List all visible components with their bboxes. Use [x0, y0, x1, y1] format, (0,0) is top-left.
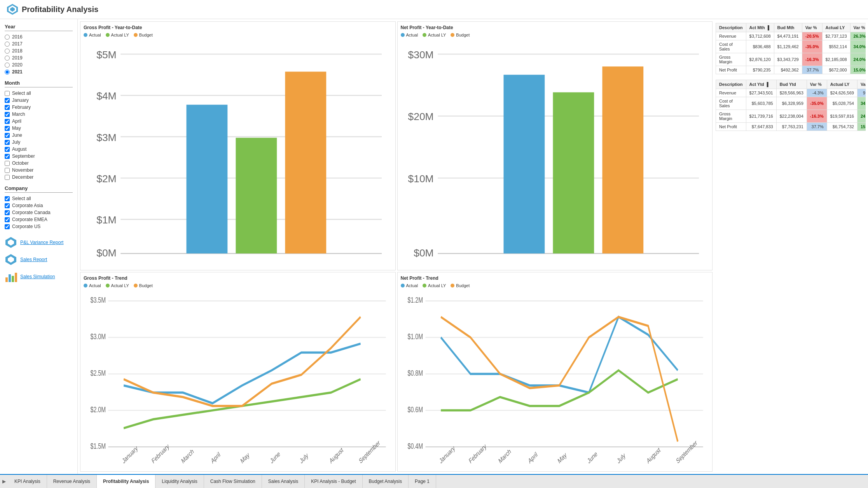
- svg-rect-34: [503, 75, 545, 253]
- month-april[interactable]: April: [5, 118, 73, 125]
- tab-cash-flow-simulation[interactable]: Cash Flow Simulation: [204, 475, 262, 488]
- tab-sales-analysis[interactable]: Sales Analysis: [262, 475, 305, 488]
- np-trend-svg-wrap: $1.2M $1.0M $0.8M $0.6M $0.4M January Fe…: [401, 290, 709, 468]
- np-actual-ly-dot: [423, 33, 426, 37]
- header: Profitability Analysis: [0, 0, 868, 19]
- act-mth-val: $2,876,120: [746, 53, 774, 66]
- table-row: Gross Margin $21,739,716 $22,238,004 -16…: [716, 110, 866, 123]
- svg-text:$0M: $0M: [96, 247, 116, 259]
- month-september[interactable]: September: [5, 153, 73, 160]
- company-canada[interactable]: Corporate Canada: [5, 209, 73, 216]
- var1-val: -35.0%: [807, 97, 827, 110]
- tab-revenue-analysis[interactable]: Revenue Analysis: [47, 475, 97, 488]
- np-trend-title: Net Profit - Trend: [401, 275, 709, 281]
- row-desc: Net Profit: [716, 123, 746, 131]
- month-october[interactable]: October: [5, 160, 73, 167]
- act-mth-val: $836,488: [746, 40, 774, 53]
- col-var2: Var %: [857, 80, 866, 89]
- month-march[interactable]: March: [5, 111, 73, 118]
- tab-kpi-analysis-budget[interactable]: KPI Analysis - Budget: [305, 475, 362, 488]
- row-desc: Cost of Sales: [716, 40, 746, 53]
- svg-rect-35: [553, 92, 594, 254]
- month-june[interactable]: June: [5, 132, 73, 139]
- year-2018[interactable]: 2018: [5, 47, 73, 54]
- act-ytd-val: $5,603,785: [746, 97, 776, 110]
- svg-text:September: September: [675, 439, 698, 465]
- company-filter: Company Select all Corporate Asia Corpor…: [5, 185, 73, 230]
- logo: Profitability Analysis: [6, 3, 98, 16]
- svg-text:April: April: [527, 450, 538, 465]
- var2-val: 26.3%: [850, 32, 866, 40]
- year-2017[interactable]: 2017: [5, 40, 73, 47]
- np-t-legend-budget: Budget: [451, 283, 470, 288]
- gp-trend-chart: Gross Profit - Trend Actual Actual LY Bu…: [80, 272, 396, 472]
- col-act-ytd: Act Ytd ▐: [746, 80, 776, 89]
- svg-text:$30M: $30M: [408, 49, 433, 61]
- month-may[interactable]: May: [5, 125, 73, 132]
- year-2019[interactable]: 2019: [5, 54, 73, 61]
- row-desc: Revenue: [716, 32, 746, 40]
- svg-text:March: March: [180, 447, 195, 465]
- gp-actual-dot: [84, 284, 87, 288]
- month-july[interactable]: July: [5, 139, 73, 146]
- tab-liquidity-analysis[interactable]: Liquidity Analysis: [155, 475, 204, 488]
- pl-variance-link[interactable]: P&L Variance Report: [5, 236, 73, 249]
- var1-val: 37.7%: [802, 66, 822, 74]
- svg-rect-36: [602, 66, 643, 253]
- month-february[interactable]: February: [5, 104, 73, 111]
- svg-text:$2.0M: $2.0M: [90, 405, 106, 414]
- np-t-legend-actual: Actual: [401, 283, 418, 288]
- np-trend-svg: $1.2M $1.0M $0.8M $0.6M $0.4M January Fe…: [401, 290, 709, 468]
- tab-profitability-analysis[interactable]: Profitability Analysis: [97, 474, 155, 488]
- var1-val: -35.0%: [802, 40, 822, 53]
- np-actual-dot: [401, 33, 405, 37]
- year-2021[interactable]: 2021: [5, 68, 73, 75]
- var2-val: 9.9%: [857, 89, 866, 97]
- svg-text:$4M: $4M: [96, 90, 116, 102]
- np-legend-actual: Actual: [401, 33, 418, 37]
- sales-report-link[interactable]: Sales Report: [5, 253, 73, 266]
- svg-text:$3.5M: $3.5M: [90, 295, 106, 304]
- tab-kpi-analysis[interactable]: KPI Analysis: [8, 475, 47, 488]
- company-emea[interactable]: Corporate EMEA: [5, 216, 73, 223]
- actual-ly-val: $5,028,754: [827, 97, 857, 110]
- svg-text:July: July: [616, 451, 626, 465]
- var2-val: 15.0%: [850, 66, 866, 74]
- bud-ytd-val: $22,238,004: [776, 110, 807, 123]
- svg-text:$1.0M: $1.0M: [407, 332, 423, 341]
- company-select-all[interactable]: Select all: [5, 195, 73, 202]
- company-label: Company: [5, 185, 73, 193]
- ytd-table-wrapper: Description Act Ytd ▐ Bud Ytd Var % Actu…: [716, 80, 864, 131]
- month-label: Month: [5, 80, 73, 87]
- month-december[interactable]: December: [5, 174, 73, 181]
- table-row: Revenue $27,343,501 $28,566,963 -4.3% $2…: [716, 89, 866, 97]
- svg-text:August: August: [645, 446, 661, 465]
- table-row: Gross Margin $2,876,120 $3,343,729 -16.3…: [716, 53, 866, 66]
- actual-ly-val: $6,754,732: [827, 123, 857, 131]
- sales-simulation-link[interactable]: Sales Simulation: [5, 270, 73, 283]
- svg-text:July: July: [299, 451, 309, 465]
- gp-actual-ly-dot: [106, 284, 110, 288]
- company-us[interactable]: Corporate US: [5, 223, 73, 230]
- tab-bar: ▶ KPI Analysis Revenue Analysis Profitab…: [0, 474, 868, 488]
- month-august[interactable]: August: [5, 146, 73, 153]
- tab-budget-analysis[interactable]: Budget Analysis: [363, 475, 409, 488]
- tab-prev-arrow[interactable]: ▶: [0, 476, 8, 487]
- company-asia[interactable]: Corporate Asia: [5, 202, 73, 209]
- month-november[interactable]: November: [5, 167, 73, 174]
- gp-budget-dot: [134, 284, 138, 288]
- monthly-table: Description Act Mth ▐ Bud Mth Var % Actu…: [716, 23, 866, 74]
- budget-dot: [134, 33, 138, 37]
- month-january[interactable]: January: [5, 97, 73, 104]
- tab-page-1[interactable]: Page 1: [409, 475, 436, 488]
- svg-text:$5M: $5M: [96, 49, 116, 61]
- row-desc: Revenue: [716, 89, 746, 97]
- legend-actual-ly: Actual LY: [106, 33, 129, 37]
- year-2020[interactable]: 2020: [5, 61, 73, 68]
- row-desc: Gross Margin: [716, 53, 746, 66]
- month-select-all[interactable]: Select all: [5, 90, 73, 97]
- svg-rect-8: [9, 274, 11, 282]
- year-2016[interactable]: 2016: [5, 33, 73, 40]
- year-label: Year: [5, 24, 73, 31]
- gp-ytd-title: Gross Profit - Year-to-Date: [84, 25, 392, 30]
